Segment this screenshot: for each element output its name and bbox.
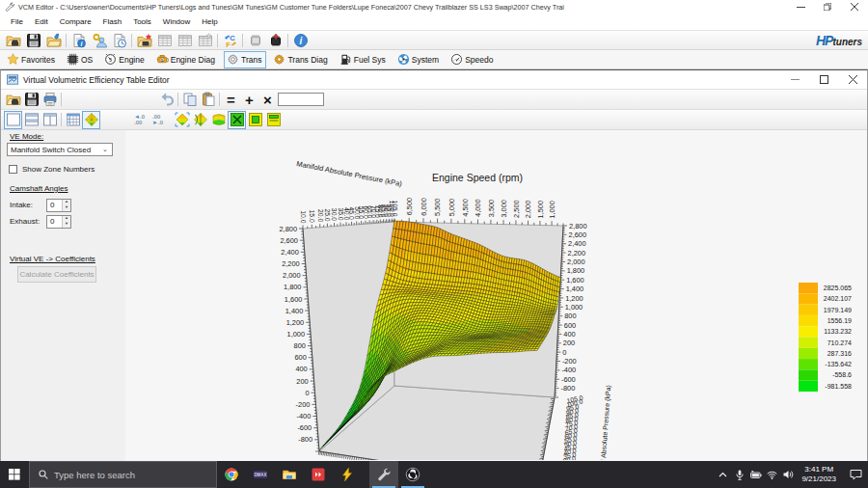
editor-maximize-button[interactable] bbox=[809, 70, 838, 89]
tab-trans[interactable]: Trans bbox=[224, 51, 266, 68]
save-button[interactable] bbox=[23, 32, 43, 49]
speaker-icon[interactable] bbox=[780, 470, 797, 479]
surf-flat-button[interactable] bbox=[209, 111, 228, 129]
menu-compare[interactable]: Compare bbox=[60, 17, 92, 26]
formula-input[interactable] bbox=[278, 93, 324, 106]
ve-mode-dropdown[interactable]: Manifold Switch Closed ⌄ bbox=[7, 143, 113, 156]
doc-clock-button[interactable] bbox=[109, 32, 129, 49]
folder-star-button[interactable] bbox=[134, 32, 154, 49]
table-gray-star-button[interactable] bbox=[195, 32, 215, 49]
paste-button[interactable] bbox=[199, 91, 217, 109]
tab-label: Favorites bbox=[21, 55, 55, 65]
key-user-button[interactable] bbox=[89, 32, 109, 49]
hidden-icons-chevron-icon[interactable] bbox=[715, 472, 731, 477]
table-gray-button[interactable] bbox=[175, 32, 195, 49]
pane-v2-button[interactable] bbox=[41, 111, 59, 129]
tab-system[interactable]: System bbox=[394, 51, 444, 68]
copy-button[interactable] bbox=[180, 91, 199, 109]
svg-text:-135.642: -135.642 bbox=[825, 361, 852, 367]
folder-open-button[interactable] bbox=[3, 32, 23, 49]
tab-engine[interactable]: 5Engine bbox=[101, 51, 149, 68]
start-button[interactable] bbox=[0, 461, 29, 488]
op-equals-button[interactable]: = bbox=[222, 91, 240, 109]
menu-window[interactable]: Window bbox=[163, 17, 190, 26]
surface-chart-area[interactable]: -800-600-400-20002004006008001,0001,2001… bbox=[125, 130, 867, 488]
maximize-button[interactable] bbox=[814, 0, 841, 14]
taskbar-app-lightning[interactable] bbox=[333, 461, 362, 488]
fmt-dec-del-button[interactable]: .00►.0 bbox=[149, 111, 167, 129]
tab-speedo[interactable]: Speedo bbox=[448, 51, 498, 68]
taskbar-app-file-explorer[interactable] bbox=[275, 461, 304, 488]
intake-spinner[interactable]: 0 ▲▼ bbox=[46, 199, 71, 212]
svg-text:-800: -800 bbox=[560, 384, 575, 393]
op-multiply-button[interactable]: × bbox=[258, 91, 277, 109]
clock-time: 3:41 PM bbox=[801, 465, 836, 474]
exhaust-spinner[interactable]: 0 ▲▼ bbox=[46, 215, 71, 229]
table-gray-button[interactable] bbox=[154, 32, 175, 49]
svg-text:2,000: 2,000 bbox=[524, 201, 532, 219]
folder-open-button[interactable] bbox=[4, 91, 22, 109]
surface-chart-svg: -800-600-400-20002004006008001,0001,2001… bbox=[125, 130, 866, 460]
pane-h2-button[interactable] bbox=[22, 111, 41, 129]
toolbar-separator bbox=[242, 34, 243, 47]
wifi-icon[interactable] bbox=[764, 471, 780, 479]
menu-tools[interactable]: Tools bbox=[133, 17, 151, 26]
battery-icon[interactable] bbox=[747, 471, 764, 479]
rot-left-button[interactable] bbox=[173, 111, 191, 129]
printer-button[interactable] bbox=[41, 91, 59, 109]
grid-x-button[interactable] bbox=[228, 111, 246, 129]
tab-engine-diag[interactable]: 5Engine Diag bbox=[153, 51, 220, 68]
tab-favorites[interactable]: Favorites bbox=[4, 51, 60, 68]
minimize-button[interactable] bbox=[787, 0, 814, 14]
svg-text:-400: -400 bbox=[297, 412, 312, 420]
editor-close-button[interactable] bbox=[838, 70, 867, 89]
undo-button[interactable] bbox=[157, 91, 176, 109]
taskbar-app-chrome[interactable] bbox=[217, 461, 246, 488]
compare-cf-button[interactable]: CF bbox=[220, 32, 240, 49]
chip-gray-button[interactable] bbox=[245, 32, 265, 49]
pane-single-button[interactable] bbox=[4, 111, 22, 129]
info-circle-button[interactable]: i bbox=[290, 32, 311, 49]
taskbar-app-obs[interactable] bbox=[398, 461, 427, 488]
box-center-button[interactable] bbox=[246, 111, 264, 129]
tab-os[interactable]: OS bbox=[64, 51, 97, 68]
menu-edit[interactable]: Edit bbox=[35, 17, 48, 26]
main-toolbar: iCFi HPtuners bbox=[0, 30, 868, 50]
tab-trans-diag[interactable]: Trans Diag bbox=[270, 51, 332, 68]
window-title: VCM Editor - C:\Users\owner\Documents\HP… bbox=[18, 3, 787, 12]
menu-file[interactable]: File bbox=[11, 17, 23, 26]
menu-flash[interactable]: Flash bbox=[103, 17, 122, 26]
darkapp-icon: DMAX bbox=[253, 467, 268, 482]
action-center-icon[interactable] bbox=[843, 469, 868, 480]
box-top-button[interactable] bbox=[264, 111, 283, 129]
taskbar-app-darkapp[interactable]: DMAX bbox=[246, 461, 275, 488]
taskbar-app-redapp[interactable] bbox=[304, 461, 333, 488]
fmt-dec-add-button[interactable]: ◄.0.00 bbox=[130, 111, 149, 129]
folder-import-button[interactable] bbox=[43, 32, 64, 49]
svg-text:30.0: 30.0 bbox=[331, 208, 338, 221]
close-button[interactable] bbox=[841, 0, 868, 14]
pane-table-button[interactable] bbox=[64, 111, 82, 129]
surf3d-button[interactable] bbox=[82, 111, 100, 129]
tab-fuel-sys[interactable]: Fuel Sys bbox=[337, 51, 391, 68]
calculate-coefficients-button[interactable]: Calculate Coefficients bbox=[17, 266, 96, 283]
menu-help[interactable]: Help bbox=[202, 17, 217, 26]
hptuners-logo: HPtuners bbox=[816, 33, 862, 48]
svg-text:2,600: 2,600 bbox=[280, 236, 298, 245]
exhaust-spin-buttons[interactable]: ▲▼ bbox=[62, 216, 70, 228]
op-plus-button[interactable]: + bbox=[240, 91, 258, 109]
save-button[interactable] bbox=[22, 91, 41, 109]
microphone-icon[interactable] bbox=[731, 470, 747, 480]
intake-spin-buttons[interactable]: ▲▼ bbox=[62, 200, 70, 211]
rot-right-button[interactable] bbox=[191, 111, 209, 129]
ve-mode-label: VE Mode: bbox=[10, 132, 125, 141]
doc-info-button[interactable]: i bbox=[68, 32, 89, 49]
editor-minimize-button[interactable] bbox=[780, 70, 809, 89]
gear-orange-icon bbox=[273, 53, 285, 66]
taskbar-app-vcm-editor[interactable] bbox=[369, 461, 398, 488]
chip-write-button[interactable] bbox=[265, 32, 285, 49]
show-zone-numbers-checkbox[interactable] bbox=[9, 165, 17, 174]
ve-editor-icon bbox=[7, 74, 18, 85]
taskbar-clock[interactable]: 3:41 PM 9/21/2023 bbox=[797, 465, 843, 485]
taskbar-search-input[interactable]: Type here to search bbox=[29, 461, 217, 488]
